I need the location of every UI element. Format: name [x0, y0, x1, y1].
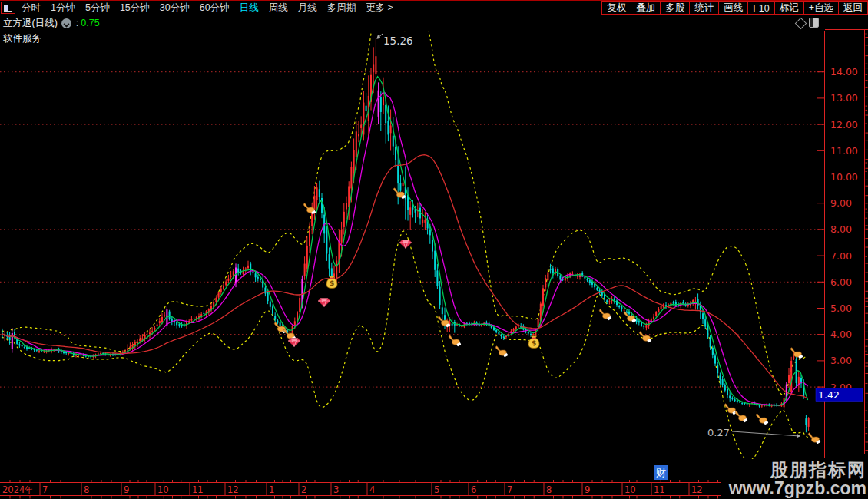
hand-icon: [623, 311, 638, 324]
money-bag-icon: $: [326, 276, 338, 289]
month-label: 10: [157, 484, 169, 495]
hand-icon: [734, 411, 749, 424]
month-label: 12: [227, 484, 239, 495]
price-label: 6.00: [830, 276, 852, 288]
trading-app-screen: 分时1分钟5分钟15分钟30分钟60分钟日线周线月线多周期更多 > 复权叠加多股…: [0, 0, 868, 499]
sector-label: 软件服务: [3, 32, 41, 45]
month-label: 12: [691, 484, 703, 495]
month-label: 7: [507, 484, 512, 495]
month-label: 8: [546, 484, 552, 495]
month-label: 7: [42, 484, 48, 495]
cai-badge: 财: [654, 465, 668, 480]
price-label: 11.00: [830, 145, 858, 157]
price-label: 13.00: [830, 92, 858, 104]
candlestick-chart[interactable]: 14.0013.0012.0011.0010.009.008.007.006.0…: [0, 0, 868, 499]
low-label: 0.27: [707, 427, 730, 438]
price-label: 3.00: [830, 355, 852, 366]
hand-icon: [638, 331, 653, 344]
money-bag-icon: $: [528, 335, 540, 349]
svg-text:$: $: [532, 339, 537, 347]
month-label: 9: [124, 484, 129, 495]
candles: [2, 39, 810, 433]
watermark: 股朋指标网 www.7gpzb.com: [721, 459, 868, 498]
hand-icon: [807, 432, 822, 445]
svg-text:$: $: [330, 279, 335, 287]
hand-icon: [495, 345, 509, 359]
hand-icon: [303, 203, 317, 216]
diamond-icon: [287, 338, 301, 348]
month-label: 8: [84, 484, 89, 495]
watermark-site-name: 股朋指标网: [729, 461, 866, 479]
hand-icon: [598, 309, 613, 322]
price-label: 4.00: [830, 329, 852, 340]
month-label: 1: [269, 484, 274, 495]
plot-area: [2, 0, 810, 461]
price-label: 5.00: [830, 302, 852, 314]
annotations: 15.260.27: [377, 34, 800, 438]
watermark-url: www.7gpzb.com: [729, 479, 866, 497]
last-price-box: 1.42: [816, 388, 863, 402]
month-label: 5: [434, 484, 439, 495]
month-label: 9: [585, 484, 590, 495]
month-label: 3: [333, 484, 339, 495]
month-label: 10: [624, 484, 636, 495]
month-label: 6: [471, 484, 476, 495]
month-label: 11: [654, 484, 665, 495]
diamond-icon: [399, 240, 412, 250]
hand-icon: [448, 335, 462, 348]
diamond-icon: [317, 298, 331, 308]
high-label: 15.26: [383, 35, 413, 47]
month-label: 11: [192, 484, 204, 495]
month-axis: 2024年789101112123456789101112: [0, 480, 727, 499]
hand-icon: [755, 413, 770, 426]
svg-text:1.42: 1.42: [818, 389, 840, 401]
price-label: 12.00: [830, 119, 858, 131]
price-gridlines: [0, 72, 824, 387]
price-label: 10.00: [830, 171, 858, 183]
month-label: 2: [301, 484, 306, 495]
hand-icon: [393, 187, 407, 200]
price-label: 9.00: [830, 197, 852, 209]
price-label: 8.00: [830, 223, 852, 235]
month-label: 4: [369, 484, 375, 495]
price-label: 14.00: [830, 66, 858, 78]
price-label: 7.00: [830, 250, 852, 262]
hand-icon: [790, 347, 804, 360]
month-label: 2024年: [2, 484, 34, 495]
hand-icon: [437, 316, 452, 329]
